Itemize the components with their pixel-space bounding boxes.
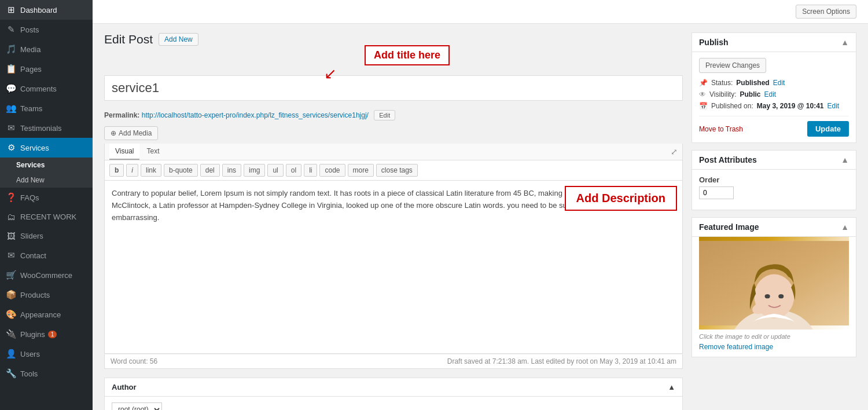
sidebar-item-label: Sliders	[20, 232, 43, 240]
sidebar-item-services[interactable]: ⚙ Services	[0, 138, 93, 158]
add-media-button[interactable]: ⊕ Add Media	[104, 126, 158, 140]
post-title-input[interactable]	[104, 75, 683, 101]
editor-tabs: Visual Text ⤢	[104, 144, 683, 160]
publish-panel-toggle[interactable]: ▲	[841, 38, 849, 47]
post-attributes-toggle[interactable]: ▲	[841, 155, 849, 164]
order-input[interactable]	[699, 186, 734, 199]
pages-icon: 📋	[6, 64, 16, 74]
editor-body-wrapper: Contrary to popular belief, Lorem Ipsum …	[104, 180, 683, 354]
publish-panel: Publish ▲ Preview Changes 📌 Status: Publ…	[692, 32, 856, 143]
expand-icon[interactable]: ⤢	[671, 147, 678, 156]
tab-visual[interactable]: Visual	[109, 144, 139, 160]
visibility-edit-link[interactable]: Edit	[764, 90, 776, 98]
sidebar-item-users[interactable]: 👤 Users	[0, 344, 93, 364]
sidebar-item-testimonials[interactable]: ✉ Testimonials	[0, 118, 93, 138]
toolbar-link[interactable]: link	[141, 164, 161, 177]
toolbar-bquote[interactable]: b-quote	[164, 164, 198, 177]
sidebar-item-label: Testimonials	[20, 124, 62, 133]
sidebar-item-faqs[interactable]: ❓ FAQs	[0, 188, 93, 207]
permalink-edit-button[interactable]: Edit	[374, 110, 395, 120]
publish-panel-header: Publish ▲	[692, 33, 856, 52]
add-new-button[interactable]: Add New	[159, 33, 198, 46]
faqs-icon: ❓	[6, 192, 16, 203]
status-label: Status:	[711, 79, 733, 87]
toolbar-ins[interactable]: ins	[222, 164, 241, 177]
sidebar-item-label: Appearance	[20, 310, 61, 319]
sidebar-item-contact[interactable]: ✉ Contact	[0, 246, 93, 265]
preview-changes-button[interactable]: Preview Changes	[699, 58, 766, 73]
toolbar-bold[interactable]: b	[109, 164, 124, 177]
featured-image-toggle[interactable]: ▲	[841, 222, 849, 232]
sidebar-item-products[interactable]: 📦 Products	[0, 285, 93, 305]
featured-image-header: Featured Image ▲	[692, 218, 856, 237]
toolbar-li[interactable]: li	[304, 164, 317, 177]
sidebar-sub-add-new[interactable]: Add New	[0, 173, 93, 188]
draft-saved: Draft saved at 7:21:38 am. Last edited b…	[447, 357, 676, 365]
sidebar-sub-services[interactable]: Services	[0, 158, 93, 173]
post-attributes-panel: Post Attributes ▲ Order	[692, 150, 856, 210]
sidebar-item-label: FAQs	[20, 193, 39, 202]
published-edit-link[interactable]: Edit	[827, 102, 840, 110]
post-attributes-title: Post Attributes	[699, 155, 757, 164]
title-section: Add title here ↙	[104, 75, 683, 105]
toolbar-ol[interactable]: ol	[286, 164, 301, 177]
editor-content: Contrary to popular belief, Lorem Ipsum …	[112, 188, 675, 224]
sidebar-item-label: Tools	[20, 369, 38, 378]
update-wrapper: Update	[807, 121, 849, 137]
sidebar-item-posts[interactable]: ✎ Posts	[0, 20, 93, 39]
author-box-header[interactable]: Author ▲	[105, 378, 682, 397]
publish-visibility-row: 👁 Visibility: Public Edit	[699, 90, 849, 98]
featured-image-thumbnail[interactable]	[699, 237, 849, 330]
publish-actions: Move to Trash Update	[699, 116, 849, 137]
publish-date-row: 📅 Published on: May 3, 2019 @ 10:41 Edit	[699, 102, 849, 110]
editor-footer: Word count: 56 Draft saved at 7:21:38 am…	[104, 354, 683, 369]
status-edit-link[interactable]: Edit	[773, 79, 785, 87]
author-box-toggle[interactable]: ▲	[668, 383, 675, 391]
toolbar-italic[interactable]: i	[126, 164, 138, 177]
featured-image-caption: Click the image to edit or update	[699, 330, 849, 342]
remove-featured-image-link[interactable]: Remove featured image	[699, 343, 773, 351]
toolbar-more[interactable]: more	[348, 164, 374, 177]
posts-icon: ✎	[6, 24, 16, 35]
sidebar-item-dashboard[interactable]: ⊞ Dashboard	[0, 0, 93, 20]
move-to-trash-link[interactable]: Move to Trash	[699, 125, 743, 133]
sidebar-item-pages[interactable]: 📋 Pages	[0, 59, 93, 79]
sidebar-item-woocommerce[interactable]: 🛒 WooCommerce	[0, 265, 93, 285]
editor-body[interactable]: Contrary to popular belief, Lorem Ipsum …	[104, 180, 683, 354]
sidebar-item-label: Pages	[20, 65, 42, 74]
sidebar-item-label: Plugins	[20, 330, 45, 339]
dashboard-icon: ⊞	[6, 5, 16, 15]
toolbar-img[interactable]: img	[244, 164, 265, 177]
toolbar-close-tags[interactable]: close tags	[376, 164, 418, 177]
sidebar-item-tools[interactable]: 🔧 Tools	[0, 364, 93, 383]
testimonials-icon: ✉	[6, 123, 16, 133]
plugins-icon: 🔌	[6, 329, 16, 339]
add-media-row: ⊕ Add Media	[104, 126, 683, 140]
sidebar-item-media[interactable]: 🎵 Media	[0, 39, 93, 59]
permalink-url[interactable]: http://localhost/tatto-expert-pro/index.…	[142, 111, 369, 119]
published-value: May 3, 2019 @ 10:41	[757, 102, 824, 110]
update-button[interactable]: Update	[807, 121, 849, 137]
sidebar-item-label: Products	[20, 291, 50, 299]
status-icon: 📌	[699, 79, 708, 87]
services-icon: ⚙	[6, 142, 16, 153]
author-select[interactable]: root (root)	[112, 402, 162, 410]
svg-point-6	[778, 294, 784, 298]
sidebar-item-sliders[interactable]: 🖼 Sliders	[0, 226, 93, 246]
sidebar-item-label: Services	[20, 144, 49, 152]
screen-options-button[interactable]: Screen Options	[796, 5, 856, 19]
sidebar-item-comments[interactable]: 💬 Comments	[0, 79, 93, 98]
permalink-bar: Permalink: http://localhost/tatto-expert…	[104, 110, 683, 120]
visibility-label: Visibility:	[709, 90, 736, 98]
calendar-icon: 📅	[699, 102, 708, 110]
toolbar-ul[interactable]: ul	[267, 164, 283, 177]
featured-image-svg	[699, 237, 849, 330]
sidebar-item-teams[interactable]: 👥 Teams	[0, 98, 93, 118]
toolbar-del[interactable]: del	[200, 164, 220, 177]
sidebar-item-plugins[interactable]: 🔌 Plugins 1	[0, 324, 93, 344]
toolbar-code[interactable]: code	[319, 164, 345, 177]
services-submenu: Services Add New	[0, 158, 93, 188]
tab-text[interactable]: Text	[141, 144, 165, 160]
sidebar-item-recent-work[interactable]: 🗂 RECENT WORK	[0, 207, 93, 226]
sidebar-item-appearance[interactable]: 🎨 Appearance	[0, 305, 93, 324]
